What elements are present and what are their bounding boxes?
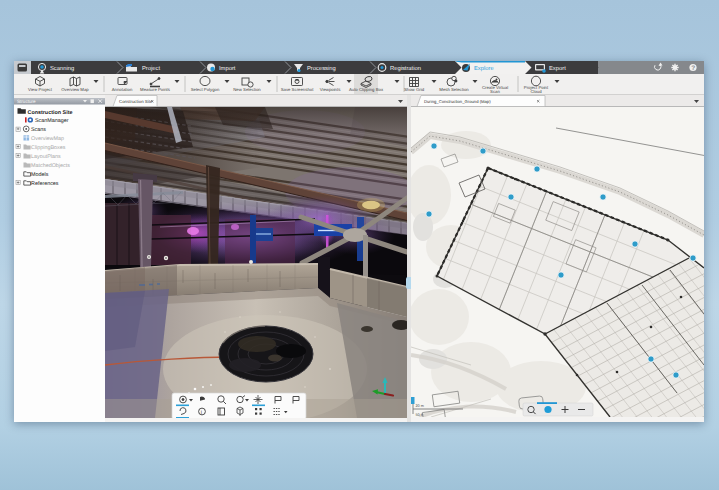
svg-text:ClippingBoxes: ClippingBoxes xyxy=(31,145,66,151)
svg-text:Structure: Structure xyxy=(17,99,36,104)
svg-text:Construction Site: Construction Site xyxy=(119,99,153,104)
svg-text:Auto Clipping Box: Auto Clipping Box xyxy=(349,87,384,92)
svg-text:Registration: Registration xyxy=(390,65,421,72)
svg-text:Scan: Scan xyxy=(490,89,500,94)
svg-text:MatchedObjects: MatchedObjects xyxy=(31,163,70,169)
svg-text:50 ft: 50 ft xyxy=(416,413,424,417)
svg-text:i: i xyxy=(201,410,202,416)
svg-text:Project: Project xyxy=(142,65,160,72)
svg-text:New Selection: New Selection xyxy=(233,87,261,92)
svg-text:Select Polygon: Select Polygon xyxy=(191,87,220,92)
svg-text:OverviewMap: OverviewMap xyxy=(31,136,64,142)
svg-text:Show Grid: Show Grid xyxy=(404,87,425,92)
svg-text:?: ? xyxy=(691,65,695,72)
svg-text:Annotation: Annotation xyxy=(112,87,133,92)
svg-text:Overview Map: Overview Map xyxy=(61,87,89,92)
svg-text:View Project: View Project xyxy=(28,87,53,92)
svg-text:References: References xyxy=(31,181,59,187)
svg-text:ScanManager: ScanManager xyxy=(35,118,69,124)
svg-text:Viewpoints: Viewpoints xyxy=(320,87,341,92)
svg-text:Scanning: Scanning xyxy=(50,65,74,72)
svg-text:Export: Export xyxy=(549,66,566,72)
svg-text:During_Construction_Ground (Ma: During_Construction_Ground (Map) xyxy=(424,99,491,104)
svg-text:LayoutPlans: LayoutPlans xyxy=(31,154,61,160)
svg-text:Scans: Scans xyxy=(31,127,46,133)
svg-text:Import: Import xyxy=(219,66,236,72)
svg-text:Processing: Processing xyxy=(307,65,336,72)
svg-text:Cloud: Cloud xyxy=(530,89,542,94)
svg-text:Mesh Selection: Mesh Selection xyxy=(439,87,469,92)
svg-text:Models: Models xyxy=(31,172,49,178)
svg-text:Explore: Explore xyxy=(474,65,494,72)
svg-text:Save Screenshot: Save Screenshot xyxy=(281,87,315,92)
svg-text:Measure Points: Measure Points xyxy=(140,87,170,92)
svg-text:Construction Site: Construction Site xyxy=(28,110,73,116)
svg-text:20 m: 20 m xyxy=(416,404,424,408)
